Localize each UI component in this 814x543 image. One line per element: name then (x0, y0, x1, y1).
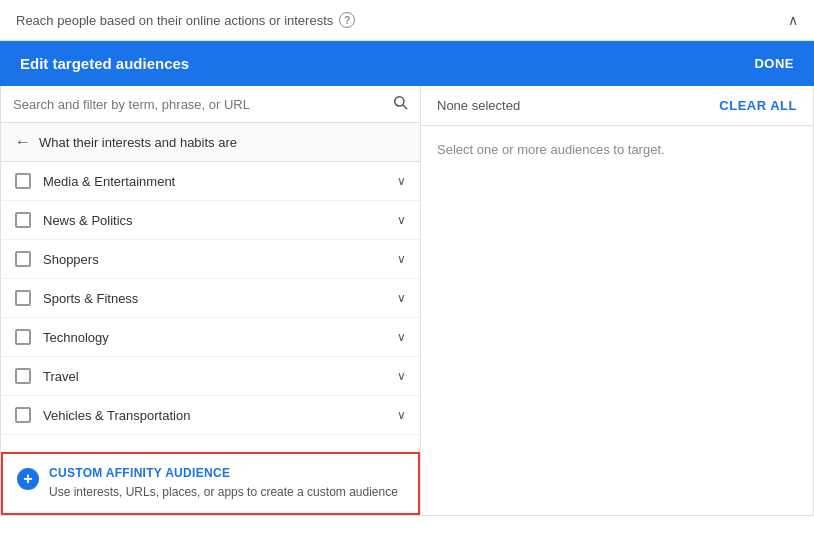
edit-header-title: Edit targeted audiences (20, 55, 189, 72)
collapse-icon[interactable]: ∧ (788, 12, 798, 28)
item-label: Vehicles & Transportation (43, 408, 397, 423)
item-label: Technology (43, 330, 397, 345)
help-icon[interactable]: ? (339, 12, 355, 28)
expand-icon[interactable]: ∨ (397, 174, 406, 188)
expand-icon[interactable]: ∨ (397, 408, 406, 422)
checkbox-sports[interactable] (15, 290, 31, 306)
search-input[interactable] (13, 97, 384, 112)
checkbox-technology[interactable] (15, 329, 31, 345)
right-body-empty: Select one or more audiences to target. (421, 126, 813, 173)
top-bar-left: Reach people based on their online actio… (16, 12, 355, 28)
list-item[interactable]: Vehicles & Transportation ∨ (1, 396, 420, 435)
checkbox-vehicles[interactable] (15, 407, 31, 423)
custom-affinity-section[interactable]: + CUSTOM AFFINITY AUDIENCE Use interests… (1, 452, 420, 515)
right-header: None selected CLEAR ALL (421, 86, 813, 126)
expand-icon[interactable]: ∨ (397, 330, 406, 344)
list-item[interactable]: Technology ∨ (1, 318, 420, 357)
item-label: Travel (43, 369, 397, 384)
empty-message: Select one or more audiences to target. (437, 142, 665, 157)
none-selected-label: None selected (437, 98, 520, 113)
custom-affinity-text: CUSTOM AFFINITY AUDIENCE Use interests, … (49, 466, 398, 501)
svg-line-1 (403, 105, 407, 109)
checkbox-travel[interactable] (15, 368, 31, 384)
search-icon (392, 94, 408, 114)
top-bar: Reach people based on their online actio… (0, 0, 814, 41)
custom-affinity-title: CUSTOM AFFINITY AUDIENCE (49, 466, 398, 480)
back-arrow-icon[interactable]: ← (15, 133, 31, 151)
custom-affinity-description: Use interests, URLs, places, or apps to … (49, 484, 398, 501)
list-item[interactable]: Media & Entertainment ∨ (1, 162, 420, 201)
list-item[interactable]: Travel ∨ (1, 357, 420, 396)
done-button[interactable]: DONE (754, 56, 794, 71)
clear-all-button[interactable]: CLEAR ALL (719, 98, 797, 113)
list-item[interactable]: Sports & Fitness ∨ (1, 279, 420, 318)
expand-icon[interactable]: ∨ (397, 291, 406, 305)
expand-icon[interactable]: ∨ (397, 213, 406, 227)
checkbox-shoppers[interactable] (15, 251, 31, 267)
search-bar (1, 86, 420, 123)
edit-header: Edit targeted audiences DONE (0, 41, 814, 86)
breadcrumb-text: What their interests and habits are (39, 135, 237, 150)
right-panel: None selected CLEAR ALL Select one or mo… (421, 86, 813, 515)
list-item[interactable]: News & Politics ∨ (1, 201, 420, 240)
list-item[interactable]: Shoppers ∨ (1, 240, 420, 279)
item-label: News & Politics (43, 213, 397, 228)
item-label: Sports & Fitness (43, 291, 397, 306)
expand-icon[interactable]: ∨ (397, 369, 406, 383)
list-scroll: Media & Entertainment ∨ News & Politics … (1, 162, 420, 452)
plus-circle-icon: + (17, 468, 39, 490)
checkbox-news[interactable] (15, 212, 31, 228)
main-content: ← What their interests and habits are Me… (0, 86, 814, 516)
left-panel: ← What their interests and habits are Me… (1, 86, 421, 515)
checkbox-media[interactable] (15, 173, 31, 189)
item-label: Shoppers (43, 252, 397, 267)
breadcrumb-nav: ← What their interests and habits are (1, 123, 420, 162)
expand-icon[interactable]: ∨ (397, 252, 406, 266)
top-bar-label: Reach people based on their online actio… (16, 13, 333, 28)
item-label: Media & Entertainment (43, 174, 397, 189)
